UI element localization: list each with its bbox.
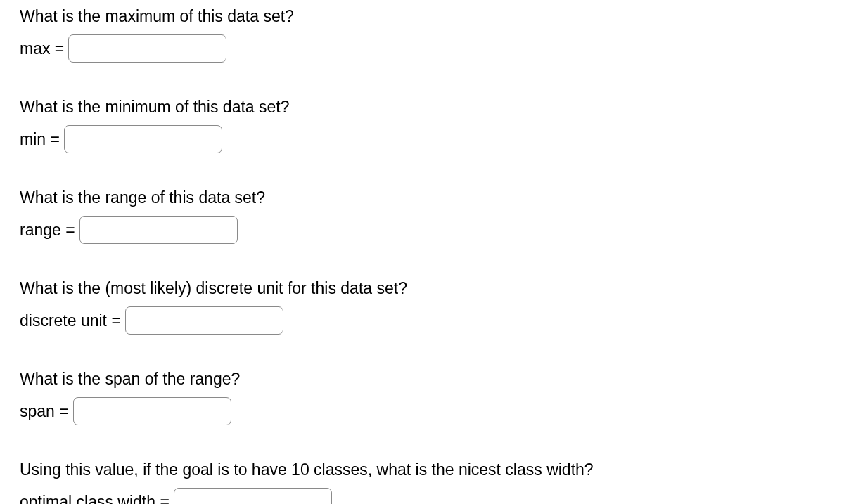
question-discrete-unit: What is the (most likely) discrete unit … <box>20 278 824 335</box>
answer-label: discrete unit = <box>20 311 121 330</box>
question-prompt: What is the range of this data set? <box>20 187 824 209</box>
min-input[interactable] <box>64 125 222 153</box>
answer-line: max = <box>20 34 824 63</box>
optimal-class-width-input[interactable] <box>174 488 332 504</box>
question-span: What is the span of the range? span = <box>20 368 824 425</box>
question-min: What is the minimum of this data set? mi… <box>20 96 824 153</box>
question-max: What is the maximum of this data set? ma… <box>20 6 824 63</box>
answer-label: min = <box>20 130 60 149</box>
range-input[interactable] <box>79 216 238 244</box>
max-input[interactable] <box>68 34 226 63</box>
question-prompt: What is the span of the range? <box>20 368 824 390</box>
discrete-unit-input[interactable] <box>125 306 283 335</box>
question-prompt: What is the minimum of this data set? <box>20 96 824 118</box>
answer-line: discrete unit = <box>20 306 824 335</box>
answer-label: optimal class width = <box>20 493 170 504</box>
question-prompt: What is the (most likely) discrete unit … <box>20 278 824 299</box>
answer-line: optimal class width = <box>20 488 824 504</box>
answer-line: min = <box>20 125 824 153</box>
answer-line: span = <box>20 397 824 425</box>
question-prompt: What is the maximum of this data set? <box>20 6 824 27</box>
question-prompt: Using this value, if the goal is to have… <box>20 459 824 481</box>
answer-line: range = <box>20 216 824 244</box>
question-class-width: Using this value, if the goal is to have… <box>20 459 824 504</box>
question-range: What is the range of this data set? rang… <box>20 187 824 244</box>
answer-label: range = <box>20 221 75 240</box>
span-input[interactable] <box>73 397 231 425</box>
answer-label: max = <box>20 39 64 58</box>
answer-label: span = <box>20 402 69 421</box>
